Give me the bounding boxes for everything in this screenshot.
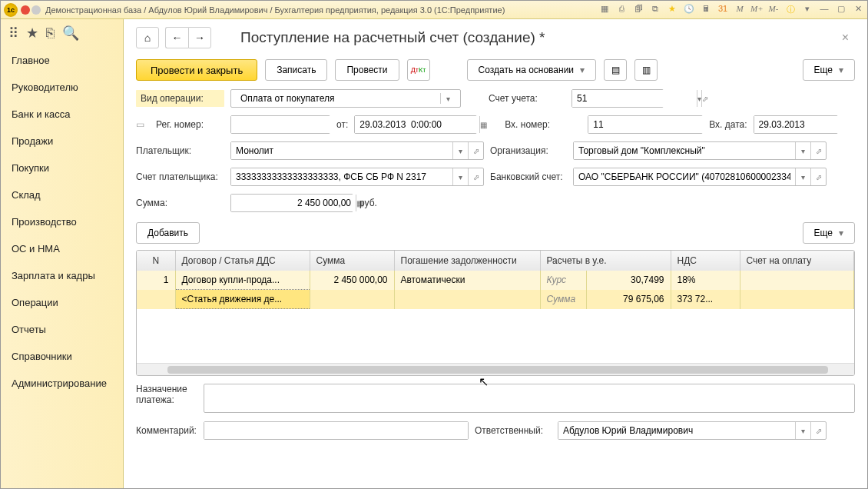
account-field[interactable]	[572, 90, 697, 107]
sidebar-item-main[interactable]: Главное	[1, 47, 123, 74]
bank-acc-input[interactable]: ▾ ⬀	[573, 168, 827, 186]
responsible-input[interactable]: ▾ ⬀	[558, 421, 827, 440]
titlebar-action-icon[interactable]: ▦	[598, 4, 611, 16]
open-icon[interactable]: ⬀	[810, 168, 826, 185]
th-sum[interactable]: Сумма	[310, 251, 394, 271]
cell-calc-value[interactable]: 79 675,06	[586, 290, 671, 309]
create-based-button[interactable]: Создать на основании	[467, 59, 597, 81]
purpose-textarea[interactable]	[204, 384, 855, 413]
clipboard-icon[interactable]: ⎘	[46, 25, 55, 42]
cell-n-empty[interactable]	[137, 290, 175, 309]
cell-calc-label[interactable]: Курс	[540, 271, 586, 290]
back-button[interactable]: ←	[165, 27, 188, 48]
toolbar-icon-2[interactable]: ▥	[634, 59, 658, 81]
cell-repay[interactable]: Автоматически	[394, 271, 540, 290]
table-row[interactable]: <Статья движения де... Сумма 79 675,06 3…	[137, 290, 854, 309]
sidebar-item-payroll[interactable]: Зарплата и кадры	[1, 262, 123, 289]
open-icon[interactable]: ⬀	[701, 90, 708, 107]
cell-contract-dds[interactable]: <Статья движения де...	[175, 290, 310, 309]
search-icon[interactable]: 🔍	[62, 25, 79, 42]
cell-n[interactable]: 1	[137, 271, 175, 290]
dropdown-icon[interactable]: ▾	[801, 4, 813, 16]
scrollbar-thumb[interactable]	[167, 366, 828, 374]
sidebar-item-purchases[interactable]: Покупки	[1, 155, 123, 181]
minimize-icon[interactable]: —	[818, 4, 830, 16]
post-close-button[interactable]: Провести и закрыть	[136, 59, 257, 81]
sidebar-item-assets[interactable]: ОС и НМА	[1, 235, 123, 262]
maximize-icon[interactable]: ▢	[835, 4, 847, 16]
titlebar-action-icon[interactable]: ⧉	[649, 4, 661, 16]
operation-type-field[interactable]	[236, 93, 440, 104]
dropdown-icon[interactable]: ▾	[795, 422, 810, 439]
sidebar-item-sales[interactable]: Продажи	[1, 128, 123, 155]
sum-field[interactable]	[231, 195, 356, 211]
favorite-icon[interactable]: ★	[666, 4, 678, 16]
titlebar-action-icon[interactable]: 🕓	[683, 4, 695, 16]
forward-button[interactable]: →	[188, 27, 211, 48]
titlebar-action-icon[interactable]: 🗐	[632, 4, 644, 16]
bank-acc-field[interactable]	[574, 168, 795, 185]
dropdown-icon[interactable]: ▾	[795, 142, 810, 159]
payer-input[interactable]: ▾ ⬀	[230, 141, 484, 160]
more-button[interactable]: Еще	[803, 59, 855, 81]
close-icon[interactable]: ✕	[852, 4, 864, 16]
nav-dot-forward[interactable]	[31, 5, 41, 15]
cell-calc-label[interactable]: Сумма	[540, 290, 586, 309]
sidebar-item-warehouse[interactable]: Склад	[1, 181, 123, 208]
in-date-input[interactable]: ▦	[754, 115, 838, 134]
sidebar-item-production[interactable]: Производство	[1, 208, 123, 235]
th-n[interactable]: N	[137, 251, 175, 271]
grid-icon[interactable]: ⠿	[8, 25, 18, 42]
payer-acc-field[interactable]	[231, 168, 452, 185]
calendar-icon[interactable]: 31	[717, 4, 729, 16]
calculator-icon[interactable]: 🖩	[700, 4, 712, 16]
sum-input[interactable]: ▦	[230, 194, 353, 212]
m-icon[interactable]: M	[734, 4, 746, 16]
info-icon[interactable]: ⓘ	[784, 4, 797, 16]
dropdown-icon[interactable]: ▾	[440, 93, 456, 104]
cell-vat[interactable]: 18%	[671, 271, 740, 290]
m-plus-icon[interactable]: M+	[750, 4, 763, 16]
sidebar-item-catalogs[interactable]: Справочники	[1, 343, 123, 370]
save-button[interactable]: Записать	[265, 59, 327, 81]
cell-contract[interactable]: Договор купли-прода...	[175, 271, 310, 290]
sidebar-item-reports[interactable]: Отчеты	[1, 316, 123, 343]
th-calc[interactable]: Расчеты в у.е.	[540, 251, 671, 271]
payer-acc-input[interactable]: ▾ ⬀	[230, 168, 484, 186]
m-minus-icon[interactable]: M-	[767, 4, 780, 16]
post-button[interactable]: Провести	[335, 59, 399, 81]
nav-dot-back[interactable]	[21, 5, 30, 15]
in-date-field[interactable]	[754, 116, 867, 133]
star-icon[interactable]: ★	[26, 25, 38, 42]
th-repay[interactable]: Погашение задолженности	[394, 251, 540, 271]
titlebar-action-icon[interactable]: ⎙	[615, 4, 628, 16]
home-button[interactable]: ⌂	[136, 27, 159, 48]
open-icon[interactable]: ⬀	[468, 168, 483, 185]
cell-pay-acc-empty[interactable]	[740, 290, 854, 309]
sidebar-item-admin[interactable]: Администрирование	[1, 370, 123, 397]
calendar-icon[interactable]: ▦	[479, 116, 487, 133]
dropdown-icon[interactable]: ▾	[452, 142, 468, 159]
table-row[interactable]: 1 Договор купли-прода... 2 450 000,00 Ав…	[137, 271, 854, 290]
horizontal-scrollbar[interactable]	[137, 363, 854, 375]
comment-field[interactable]	[204, 422, 468, 439]
cell-vat[interactable]: 373 72...	[671, 290, 740, 309]
org-field[interactable]	[574, 142, 795, 159]
dropdown-icon[interactable]: ▾	[795, 168, 810, 185]
account-input[interactable]: ▾ ⬀	[571, 89, 664, 108]
toolbar-icon-1[interactable]: ▤	[604, 59, 627, 81]
cell-sum[interactable]: 2 450 000,00	[310, 271, 394, 290]
comment-input[interactable]	[204, 421, 469, 440]
payer-field[interactable]	[231, 142, 452, 159]
sidebar-item-manager[interactable]: Руководителю	[1, 74, 123, 101]
th-contract[interactable]: Договор / Статья ДДС	[175, 251, 310, 271]
th-pay-acc[interactable]: Счет на оплату	[740, 251, 854, 271]
in-num-input[interactable]	[588, 115, 703, 134]
from-date-input[interactable]: ▦	[354, 115, 477, 134]
cell-calc-value[interactable]: 30,7499	[586, 271, 671, 290]
operation-type-input[interactable]: ▾	[230, 89, 461, 108]
sidebar-item-operations[interactable]: Операции	[1, 289, 123, 316]
cell-pay-acc[interactable]	[740, 271, 854, 290]
dropdown-icon[interactable]: ▾	[452, 168, 468, 185]
open-icon[interactable]: ⬀	[810, 142, 826, 159]
